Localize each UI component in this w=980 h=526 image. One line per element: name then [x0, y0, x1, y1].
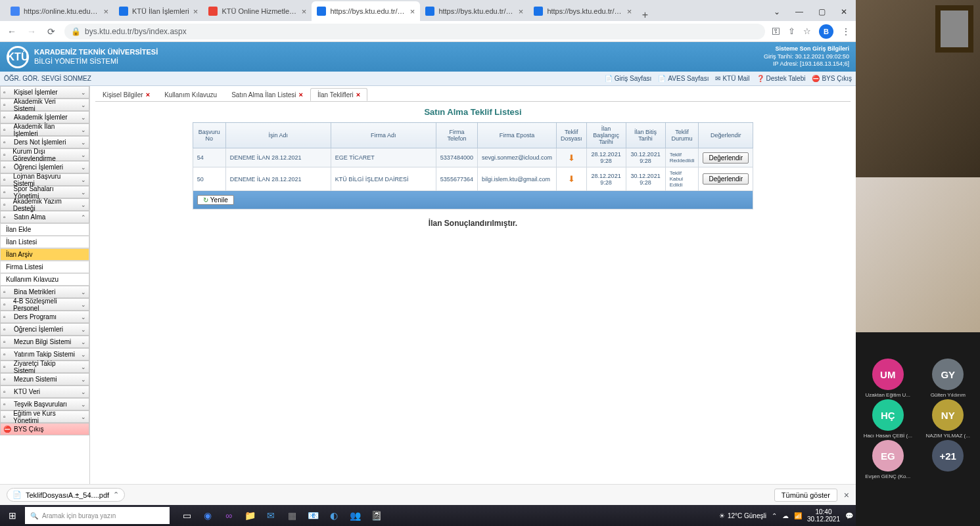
tab-close-icon[interactable]: × — [193, 7, 198, 16]
sidebar-item[interactable]: İlan Ekle — [0, 223, 89, 236]
sidebar-item[interactable]: ▫Akademik İlan İşlemleri⌄ — [0, 123, 89, 136]
participant-avatar[interactable]: HÇHacı Hasan ÇEBİ (... — [858, 399, 918, 439]
sidebar-item[interactable]: ▫Mezun Bilgi Sistemi⌄ — [0, 336, 89, 348]
browser-tab[interactable]: KTÜ İlan İşlemleri× — [114, 1, 203, 21]
download-icon[interactable]: ⬇ — [561, 174, 582, 184]
app-icon[interactable]: ▦ — [283, 506, 301, 525]
sidebar-item[interactable]: İlan Listesi — [0, 236, 89, 248]
star-icon[interactable]: ☆ — [803, 26, 811, 36]
sidebar-item[interactable]: ▫Teşvik Başvuruları⌄ — [0, 398, 89, 410]
link-mail[interactable]: ✉ KTÜ Mail — [715, 75, 749, 82]
participant-avatar[interactable]: +21 — [919, 440, 978, 479]
tray-wifi-icon[interactable]: 📶 — [794, 512, 802, 519]
close-icon[interactable]: × — [146, 91, 150, 99]
video-participant-1[interactable] — [856, 0, 980, 177]
tab-close-icon[interactable]: × — [410, 7, 415, 16]
link-aves[interactable]: 📄 AVES Sayfası — [658, 75, 709, 82]
sidebar-item[interactable]: ▫Bina Metrikleri⌄ — [0, 286, 89, 298]
download-chip[interactable]: 📄 TeklifDosyasıA.±_54....pdf ⌃ — [7, 488, 125, 502]
chrome-icon[interactable]: ◉ — [198, 506, 217, 525]
sidebar-item[interactable]: ▫Öğrenci İşlemleri⌄ — [0, 161, 89, 173]
teams-icon[interactable]: 👥 — [346, 506, 364, 525]
sidebar-item[interactable]: ▫Mezun Sistemi⌄ — [0, 373, 89, 385]
link-destek[interactable]: ❓ Destek Talebi — [757, 75, 806, 82]
user-avatar[interactable]: B — [819, 24, 833, 39]
participant-avatar[interactable]: UMUzaktan Eğitim U... — [858, 359, 918, 398]
tab-close-icon[interactable]: × — [302, 7, 307, 16]
sidebar-item[interactable]: ▫Ders Not İşlemleri⌄ — [0, 136, 89, 148]
sidebar-item[interactable]: ▫Öğrenci İşlemleri⌄ — [0, 323, 89, 336]
sidebar-item[interactable]: ▫Lojman Başvuru Sistemi⌄ — [0, 173, 89, 186]
sidebar-item[interactable]: ▫Akademik Yazım Desteği⌄ — [0, 198, 89, 211]
close-icon[interactable]: ✕ — [837, 5, 851, 18]
outlook-icon[interactable]: 📧 — [304, 506, 322, 525]
sidebar-item[interactable]: Kullanım Kılavuzu — [0, 273, 89, 286]
sidebar-item[interactable]: ▫4-B Sözleşmeli Personel⌄ — [0, 298, 89, 311]
sidebar-item[interactable]: ▫Eğitim ve Kurs Yönetimi⌄ — [0, 410, 89, 423]
task-view-icon[interactable]: ▭ — [177, 506, 196, 525]
sidebar-item[interactable]: ⛔BYS Çıkış — [0, 423, 89, 435]
sidebar-item[interactable]: ▫Akademik Veri Sistemi⌄ — [0, 99, 89, 111]
mail-icon[interactable]: ✉ — [262, 506, 280, 525]
close-downloads-icon[interactable]: × — [844, 490, 849, 500]
participant-avatar[interactable]: GYGülten Yıldırım — [919, 359, 978, 398]
tab-close-icon[interactable]: × — [519, 7, 524, 16]
show-all-button[interactable]: Tümünü göster — [774, 489, 837, 502]
sidebar-item[interactable]: ▫Satın Alma⌃ — [0, 211, 89, 223]
sidebar-item[interactable]: ▫Kurum Dışı Görevlendirme⌄ — [0, 148, 89, 161]
participant-avatar[interactable]: EGEvşen GENÇ (Ko... — [858, 440, 918, 479]
onenote-icon[interactable]: 📓 — [367, 506, 385, 525]
participant-avatar[interactable]: NYNAZIM YILMAZ (... — [919, 399, 978, 439]
browser-tab-active[interactable]: https://bys.ktu.edu.tr/bys/index.× — [312, 1, 420, 21]
browser-tab[interactable]: https://online.ktu.edu.tr/giris.asp× — [5, 1, 114, 21]
sidebar-item[interactable]: ▫KTÜ Veri⌄ — [0, 385, 89, 398]
sidebar-item[interactable]: ▫Akademik İşlemler⌄ — [0, 111, 89, 123]
new-tab-button[interactable]: + — [637, 9, 653, 21]
notifications-icon[interactable]: 💬 — [845, 512, 853, 519]
forward-icon[interactable]: → — [25, 26, 38, 37]
clock[interactable]: 10:40 30.12.2021 — [807, 508, 840, 523]
tab-close-icon[interactable]: × — [103, 7, 108, 16]
tray-chevron-icon[interactable]: ⌃ — [772, 512, 777, 519]
link-cikis[interactable]: ⛔ BYS Çıkış — [812, 75, 852, 82]
close-icon[interactable]: × — [356, 91, 360, 99]
link-giris[interactable]: 📄 Giriş Sayfası — [605, 75, 652, 82]
url-input[interactable]: 🔒 bys.ktu.edu.tr/bys/index.aspx — [64, 24, 765, 39]
share-icon[interactable]: ⇧ — [788, 26, 795, 36]
refresh-button[interactable]: ↻ Yenile — [197, 195, 234, 205]
start-button[interactable]: ⊞ — [3, 506, 22, 525]
menu-icon[interactable]: ⋮ — [841, 26, 851, 37]
ctab-kilavuz[interactable]: Kullanım Kılavuzu — [157, 89, 224, 101]
edge-icon[interactable]: ◐ — [325, 506, 343, 525]
sidebar-item[interactable]: İlan Arşiv — [0, 248, 89, 261]
sidebar-item[interactable]: ▫Kişisel İşlemler⌄ — [0, 86, 89, 99]
evaluate-button[interactable]: Değerlendir — [703, 173, 749, 185]
reload-icon[interactable]: ⟳ — [45, 26, 58, 37]
close-icon[interactable]: × — [299, 91, 303, 99]
vs-icon[interactable]: ∞ — [220, 506, 238, 525]
chevron-down-icon[interactable]: ⌄ — [770, 5, 783, 18]
ctab-teklifler[interactable]: İlan Teklifleri × — [310, 88, 367, 101]
back-icon[interactable]: ← — [5, 26, 18, 37]
download-icon[interactable]: ⬇ — [561, 153, 582, 163]
sidebar-item[interactable]: ▫Yatırım Takip Sistemi⌄ — [0, 348, 89, 361]
minimize-icon[interactable]: — — [793, 5, 806, 18]
sidebar-item[interactable]: ▫Spor Sahaları Yönetimi⌄ — [0, 186, 89, 198]
sidebar-item[interactable]: ▫Ziyaretçi Takip Sistemi⌄ — [0, 361, 89, 373]
evaluate-button[interactable]: Değerlendir — [703, 152, 749, 164]
weather-widget[interactable]: ☀ 12°C Güneşli — [719, 512, 766, 519]
tray-cloud-icon[interactable]: ☁ — [782, 512, 789, 519]
taskbar-search[interactable]: 🔍 Aramak için buraya yazın — [25, 507, 170, 524]
key-icon[interactable]: ⚿ — [772, 26, 780, 36]
ctab-ilanliste[interactable]: Satın Alma İlan Listesi × — [224, 88, 310, 101]
sidebar-item[interactable]: ▫Ders Programı⌄ — [0, 311, 89, 323]
browser-tab[interactable]: https://bys.ktu.edu.tr/bys/yetkise× — [528, 1, 637, 21]
explorer-icon[interactable]: 📁 — [241, 506, 259, 525]
tab-close-icon[interactable]: × — [627, 7, 632, 16]
browser-tab[interactable]: KTÜ Online Hizmetler - bilgi.islen× — [203, 1, 312, 21]
sidebar-item[interactable]: Firma Listesi — [0, 261, 89, 273]
browser-tab[interactable]: https://bys.ktu.edu.tr/bys/yetkise× — [420, 1, 528, 21]
video-participant-2[interactable] — [856, 177, 980, 332]
ctab-kisisel[interactable]: Kişisel Bilgiler × — [95, 88, 157, 101]
maximize-icon[interactable]: ▢ — [815, 5, 828, 18]
